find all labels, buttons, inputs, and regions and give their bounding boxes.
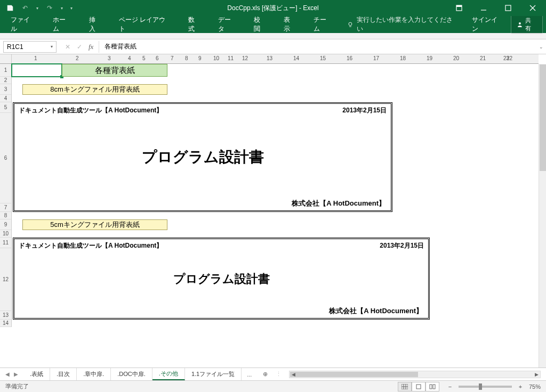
- cell-title[interactable]: 各種背表紙: [62, 64, 167, 77]
- zoom-control: − + 75%: [447, 383, 541, 390]
- status-ready: 準備完了: [5, 382, 29, 390]
- ruler-tick: 23: [503, 55, 509, 61]
- tab-formulas[interactable]: 数式: [180, 16, 210, 33]
- grid-body[interactable]: 各種背表紙 8cmキングファイル用背表紙 ドキュメント自動生成ツール【A Hot…: [12, 64, 539, 374]
- hscroll-right-icon[interactable]: ▶: [533, 372, 540, 377]
- lightbulb-icon: [347, 21, 354, 28]
- minimize-icon[interactable]: [480, 4, 487, 12]
- view-page-layout-icon[interactable]: [412, 382, 425, 391]
- row-header[interactable]: 9: [0, 219, 11, 230]
- tab-nav-prev-icon[interactable]: ◀: [5, 371, 10, 377]
- hscroll-thumb[interactable]: [290, 372, 418, 377]
- sheet-tab[interactable]: .目次: [50, 368, 77, 380]
- ruler-tick: 8: [185, 55, 188, 61]
- window-title: DocCpp.xls [保護ビュー] - Excel: [227, 4, 318, 13]
- spine2-tool: ドキュメント自動生成ツール【A HotDocument】: [19, 241, 163, 250]
- tab-nav-next-icon[interactable]: ▶: [14, 371, 18, 377]
- close-icon[interactable]: [529, 4, 536, 12]
- signin-link[interactable]: サインイン: [464, 15, 511, 34]
- redo-icon[interactable]: ↷: [46, 4, 53, 12]
- column-ruler[interactable]: 1234567891011121314151617181920212223: [12, 54, 539, 64]
- tab-review[interactable]: 校閲: [245, 16, 275, 33]
- tab-insert[interactable]: 挿入: [81, 16, 110, 33]
- view-page-break-icon[interactable]: [425, 382, 439, 391]
- share-button[interactable]: 共有: [511, 15, 543, 34]
- row-header[interactable]: 5: [0, 102, 11, 113]
- tab-data[interactable]: データ: [210, 16, 246, 33]
- save-icon[interactable]: [6, 4, 14, 12]
- spine1-company: 株式会社【A HotDocument】: [292, 199, 386, 207]
- undo-icon[interactable]: ↶: [21, 4, 29, 12]
- sheet-tab[interactable]: .章中扉.: [77, 368, 111, 380]
- sheet-tab[interactable]: 1.1ファイル一覧: [185, 368, 242, 380]
- tab-view[interactable]: 表示: [275, 16, 305, 33]
- vertical-scrollbar[interactable]: [539, 64, 546, 373]
- name-box-dropdown-icon[interactable]: ▾: [51, 44, 53, 49]
- ruler-tick: 7: [171, 55, 174, 61]
- tab-split-handle[interactable]: ⋮: [274, 371, 284, 378]
- vscroll-thumb[interactable]: [540, 64, 546, 171]
- qat-customize-icon[interactable]: ▾: [70, 6, 73, 11]
- hscroll-left-icon[interactable]: ◀: [290, 372, 297, 377]
- maximize-icon[interactable]: [504, 4, 512, 12]
- ribbon-display-icon[interactable]: [455, 4, 463, 12]
- row-header[interactable]: 14: [0, 320, 11, 327]
- spine-8cm[interactable]: ドキュメント自動生成ツール【A HotDocument】 2013年2月15日 …: [13, 102, 392, 212]
- zoom-out-icon[interactable]: −: [447, 383, 453, 390]
- name-box[interactable]: R1C1 ▾: [3, 41, 57, 53]
- zoom-knob[interactable]: [479, 383, 482, 390]
- formula-input[interactable]: 各種背表紙: [99, 41, 536, 53]
- view-normal-icon[interactable]: [398, 382, 412, 391]
- confirm-icon[interactable]: ✓: [77, 43, 82, 51]
- redo-dropdown-icon[interactable]: ▾: [61, 6, 63, 11]
- row-header[interactable]: 10: [0, 230, 11, 238]
- fx-icon[interactable]: fx: [89, 43, 93, 51]
- tabs-more[interactable]: ...: [242, 371, 257, 378]
- row-header[interactable]: 6: [0, 113, 11, 203]
- horizontal-scrollbar[interactable]: ◀ ▶: [289, 371, 541, 378]
- spine-5cm[interactable]: ドキュメント自動生成ツール【A HotDocument】 2013年2月15日 …: [13, 238, 430, 320]
- row-header[interactable]: 11: [0, 238, 11, 248]
- status-bar: 準備完了 − + 75%: [0, 380, 546, 392]
- zoom-slider[interactable]: [459, 386, 512, 388]
- row-header[interactable]: 2: [0, 77, 11, 84]
- sheet-tab[interactable]: .その他: [152, 368, 185, 380]
- ruler-tick: 16: [347, 55, 352, 61]
- row-header[interactable]: 8: [0, 212, 11, 219]
- spine1-main: プログラム設計書: [142, 147, 264, 167]
- row-header[interactable]: 13: [0, 311, 11, 320]
- expand-formula-icon[interactable]: ⌄: [536, 44, 546, 50]
- tab-pagelayout[interactable]: ページ レイアウト: [110, 16, 180, 33]
- cell-sub-8cm[interactable]: 8cmキングファイル用背表紙: [22, 84, 167, 95]
- sheet-tab[interactable]: .表紙: [23, 368, 50, 380]
- row-header[interactable]: 4: [0, 95, 11, 102]
- select-all-corner[interactable]: [0, 54, 12, 64]
- tell-me-label: 実行したい作業を入力してください: [357, 15, 458, 34]
- window-controls: [455, 4, 546, 12]
- ruler-tick: 15: [320, 55, 326, 61]
- tab-team[interactable]: チーム: [305, 16, 341, 33]
- formula-value: 各種背表紙: [105, 42, 136, 51]
- zoom-in-icon[interactable]: +: [517, 383, 524, 390]
- spine1-tool: ドキュメント自動生成ツール【A HotDocument】: [19, 106, 163, 115]
- ruler-tick: 5: [142, 55, 146, 61]
- ruler-tick: 19: [427, 55, 432, 61]
- row-header[interactable]: 3: [0, 84, 11, 95]
- row-header[interactable]: 12: [0, 248, 11, 311]
- tell-me-box[interactable]: 実行したい作業を入力してください: [341, 15, 464, 34]
- ruler-tick: 9: [198, 55, 202, 61]
- ruler-tick: 20: [453, 55, 459, 61]
- active-cell-selection: [12, 64, 62, 77]
- cell-sub-5cm[interactable]: 5cmキングファイル用背表紙: [22, 219, 167, 230]
- svg-rect-14: [430, 385, 432, 389]
- cancel-icon[interactable]: ✕: [65, 43, 70, 51]
- undo-dropdown-icon[interactable]: ▾: [36, 6, 38, 11]
- ruler-tick: 21: [480, 55, 486, 61]
- row-header[interactable]: 1: [0, 64, 11, 77]
- tab-file[interactable]: ファイル: [2, 16, 44, 33]
- new-sheet-icon[interactable]: ⊕: [257, 370, 274, 378]
- row-header[interactable]: 7: [0, 203, 11, 212]
- sheet-tab[interactable]: .DOC中扉.: [111, 368, 152, 380]
- row-headers[interactable]: 1234567891011121314: [0, 64, 12, 327]
- tab-home[interactable]: ホーム: [44, 16, 81, 33]
